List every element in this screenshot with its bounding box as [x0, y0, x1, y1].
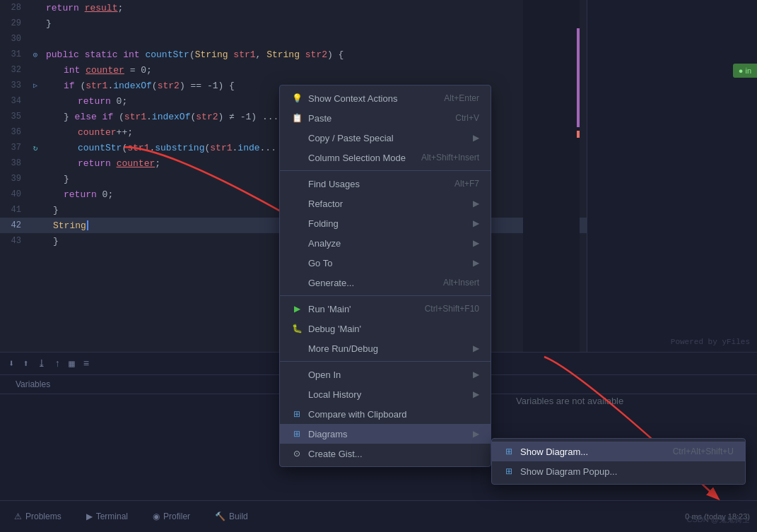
line-number: 38 [0, 158, 28, 168]
open-icon [291, 369, 303, 380]
terminal-label: Terminal [96, 512, 128, 521]
toolbar-icon-1[interactable]: ⬇ [7, 356, 16, 371]
copy-icon [291, 132, 303, 143]
toolbar-icon-4[interactable]: ↑ [53, 357, 61, 371]
menu-label: Diagrams [308, 429, 348, 439]
line-number: 28 [0, 3, 28, 13]
arrow-icon: ▶ [473, 199, 479, 208]
line-content: public static int countStr(String str1, … [42, 49, 587, 60]
generate-icon [291, 277, 303, 288]
line-number: 29 [0, 18, 28, 28]
menu-label: Column Selection Mode [308, 153, 406, 163]
menu-label: More Run/Debug [308, 343, 378, 354]
code-line-32[interactable]: 32 int counter = 0; [0, 62, 587, 78]
menu-item-gist[interactable]: ⊙ Create Gist... [280, 444, 491, 463]
arrow-icon: ▶ [473, 133, 479, 143]
shortcut: Alt+Enter [444, 93, 479, 103]
line-gutter: ↻ [28, 143, 42, 153]
gist-icon: ⊙ [291, 448, 303, 459]
code-line-28[interactable]: 28 return result; [0, 0, 587, 16]
line-number: 34 [0, 96, 28, 106]
analyze-icon [291, 237, 303, 249]
column-icon [291, 152, 303, 163]
menu-item-copy-paste[interactable]: Copy / Paste Special ▶ [280, 128, 491, 148]
menu-item-compare[interactable]: ⊞ Compare with Clipboard [280, 404, 491, 424]
diagram-icon: ⊞ [291, 428, 303, 439]
line-number: 32 [0, 65, 28, 75]
line-number: 43 [0, 236, 28, 246]
watermark: CSDN @鬼鬼骑士 [687, 514, 750, 525]
tab-problems[interactable]: ⚠ Problems [7, 509, 69, 524]
line-number: 41 [0, 205, 28, 215]
menu-label: Paste [308, 113, 331, 124]
problems-label: Problems [25, 512, 61, 521]
submenu-item-show-diagram[interactable]: ⊞ Show Diagram... Ctrl+Alt+Shift+U [492, 442, 745, 461]
minimap-line2 [577, 131, 580, 138]
line-number: 33 [0, 81, 28, 90]
code-line-30[interactable]: 30 [0, 31, 587, 47]
toolbar-icon-5[interactable]: ▦ [67, 356, 76, 371]
arrow-icon: ▶ [473, 258, 479, 268]
submenu-item-show-popup[interactable]: ⊞ Show Diagram Popup... [492, 461, 745, 481]
shortcut: Alt+Shift+Insert [421, 153, 479, 162]
line-gutter: ▷ [28, 81, 42, 90]
line-content: int counter = 0; [42, 65, 587, 76]
menu-label: Find Usages [308, 179, 360, 189]
build-icon: 🔨 [215, 512, 225, 521]
compare-icon: ⊞ [291, 408, 303, 420]
menu-item-generate[interactable]: Generate... Alt+Insert [280, 273, 491, 292]
menu-item-folding[interactable]: Folding ▶ [280, 213, 491, 233]
menu-item-column[interactable]: Column Selection Mode Alt+Shift+Insert [280, 148, 491, 167]
menu-item-find-usages[interactable]: Find Usages Alt+F7 [280, 174, 491, 194]
code-line-31[interactable]: 31 ⊙ public static int countStr(String s… [0, 47, 587, 62]
menu-item-more-run[interactable]: More Run/Debug ▶ [280, 338, 491, 358]
goto-icon [291, 257, 303, 268]
minimap-highlight [577, 28, 580, 127]
more-run-icon [291, 343, 303, 354]
toolbar-icon-6[interactable]: ≡ [82, 357, 90, 371]
menu-label: Debug 'Main' [308, 324, 361, 334]
line-number: 42 [0, 220, 28, 230]
menu-item-show-context[interactable]: 💡 Show Context Actions Alt+Enter [280, 88, 491, 108]
tab-build[interactable]: 🔨 Build [208, 509, 255, 524]
menu-item-local-history[interactable]: Local History ▶ [280, 384, 491, 404]
menu-item-paste[interactable]: 📋 Paste Ctrl+V [280, 108, 491, 128]
menu-item-goto[interactable]: Go To ▶ [280, 253, 491, 273]
submenu-label: Show Diagram... [520, 447, 588, 457]
minimap [523, 0, 580, 360]
menu-item-analyze[interactable]: Analyze ▶ [280, 233, 491, 253]
line-number: 40 [0, 189, 28, 199]
line-content: return result; [42, 3, 587, 13]
shortcut: Ctrl+V [455, 113, 479, 123]
debug-icon: 🐛 [291, 323, 303, 334]
toolbar-icon-3[interactable]: ⤓ [36, 356, 47, 371]
menu-item-open-in[interactable]: Open In ▶ [280, 365, 491, 384]
line-number: 36 [0, 127, 28, 137]
indicator-text: ● in [739, 66, 751, 75]
run-icon: ▶ [291, 303, 303, 314]
code-line-29[interactable]: 29 } [0, 16, 587, 31]
diagram-popup-icon: ⊞ [503, 466, 515, 477]
tab-profiler[interactable]: ◉ Profiler [146, 509, 197, 524]
menu-label: Run 'Main' [308, 304, 351, 314]
menu-label: Show Context Actions [308, 93, 397, 104]
shortcut: Ctrl+Shift+F10 [425, 304, 479, 314]
toolbar-icon-2[interactable]: ⬆ [21, 356, 30, 371]
green-indicator: ● in [733, 64, 757, 78]
menu-item-diagrams[interactable]: ⊞ Diagrams ▶ [280, 424, 491, 444]
menu-label: Create Gist... [308, 449, 363, 459]
menu-label: Compare with Clipboard [308, 409, 406, 420]
menu-item-refactor[interactable]: Refactor ▶ [280, 194, 491, 213]
tab-terminal[interactable]: ▶ Terminal [79, 509, 135, 524]
history-icon [291, 389, 303, 400]
powered-by-text: Powered by yFiles [671, 338, 750, 346]
menu-item-run[interactable]: ▶ Run 'Main' Ctrl+Shift+F10 [280, 299, 491, 319]
arrow-icon: ▶ [473, 218, 479, 228]
paste-icon: 📋 [291, 112, 303, 124]
diagram-show-icon: ⊞ [503, 446, 515, 457]
submenu-shortcut: Ctrl+Alt+Shift+U [673, 447, 734, 456]
line-content: } [42, 18, 587, 29]
menu-item-debug[interactable]: 🐛 Debug 'Main' [280, 319, 491, 338]
refactor-icon [291, 198, 303, 209]
find-icon [291, 178, 303, 189]
